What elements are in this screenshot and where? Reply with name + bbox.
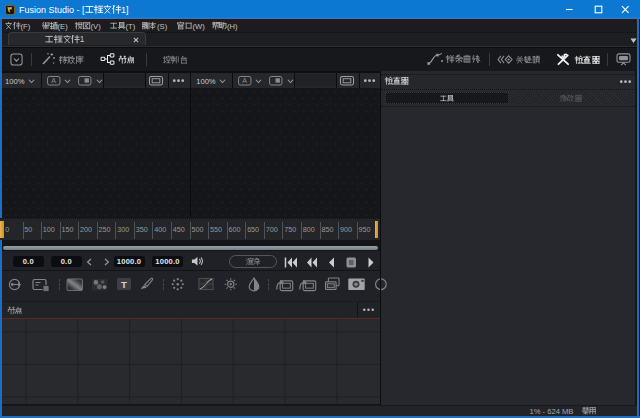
svg-text:T: T [121, 279, 127, 290]
svg-text:A: A [51, 77, 56, 85]
svg-text:A: A [242, 77, 247, 85]
